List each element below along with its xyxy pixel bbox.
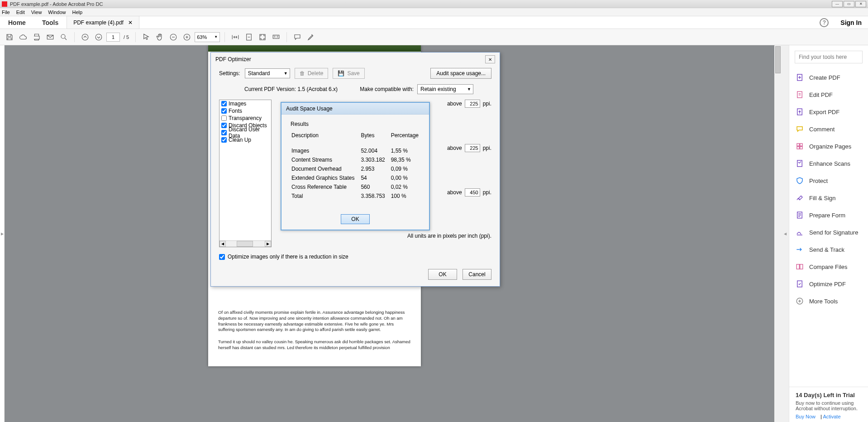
tool-icon xyxy=(796,91,804,99)
tool-item-optimize-pdf[interactable]: Optimize PDF xyxy=(789,275,868,293)
category-checkbox[interactable] xyxy=(221,137,227,143)
category-checkbox[interactable] xyxy=(221,123,227,128)
optimizer-cancel-button[interactable]: Cancel xyxy=(463,269,491,280)
tab-tools[interactable]: Tools xyxy=(34,16,67,29)
dialog-close-button[interactable]: ✕ xyxy=(485,55,495,63)
audit-title: Audit Space Usage xyxy=(281,103,429,115)
scroll-right-icon[interactable]: ▶ xyxy=(265,241,271,247)
maximize-button[interactable]: ▭ xyxy=(844,1,854,7)
tool-item-comment[interactable]: Comment xyxy=(789,120,868,138)
read-mode-icon[interactable] xyxy=(270,31,282,43)
svg-rect-14 xyxy=(797,147,799,149)
category-item-discard-user-data[interactable]: Discard User Data xyxy=(219,129,271,136)
page-number-input[interactable] xyxy=(106,33,120,42)
right-gutter[interactable]: ◀ xyxy=(782,45,789,422)
zoom-in-icon[interactable] xyxy=(181,31,193,43)
scroll-left-icon[interactable]: ◀ xyxy=(219,241,226,247)
tool-icon xyxy=(796,142,804,150)
zoom-out-icon[interactable] xyxy=(167,31,179,43)
audit-cell-desc: Total xyxy=(289,192,358,201)
audit-cell-desc: Cross Reference Table xyxy=(289,182,358,192)
save-preset-button[interactable]: 💾Save xyxy=(333,68,364,79)
scroll-thumb[interactable] xyxy=(237,241,253,247)
print-icon[interactable] xyxy=(31,31,43,43)
category-item-transparency[interactable]: Transparency xyxy=(219,115,271,122)
minimize-button[interactable]: — xyxy=(832,1,843,7)
zoom-select[interactable]: 63%▼ xyxy=(195,32,220,42)
page-down-icon[interactable] xyxy=(93,31,105,43)
tool-label: Export PDF xyxy=(809,109,839,115)
tool-item-edit-pdf[interactable]: Edit PDF xyxy=(789,86,868,103)
highlight-icon[interactable] xyxy=(305,31,317,43)
left-gutter[interactable]: ▶ xyxy=(0,45,5,422)
ppi-input-3[interactable] xyxy=(465,188,480,197)
menu-edit[interactable]: Edit xyxy=(16,10,25,15)
buy-now-link[interactable]: Buy Now xyxy=(796,414,816,419)
audit-th-desc: Description xyxy=(289,131,358,140)
category-checkbox[interactable] xyxy=(221,108,227,114)
optimizer-ok-button[interactable]: OK xyxy=(428,269,457,280)
tool-item-enhance-scans[interactable]: Enhance Scans xyxy=(789,155,868,172)
tools-search-input[interactable] xyxy=(795,51,863,63)
category-item-images[interactable]: Images xyxy=(219,100,271,107)
menu-window[interactable]: Window xyxy=(48,10,66,15)
hand-icon[interactable] xyxy=(154,31,166,43)
tool-item-organize-pages[interactable]: Organize Pages xyxy=(789,138,868,155)
compat-select[interactable]: Retain existing▼ xyxy=(417,84,473,94)
save-icon[interactable] xyxy=(4,31,15,43)
pointer-icon[interactable] xyxy=(140,31,152,43)
cloud-icon[interactable] xyxy=(17,31,29,43)
audit-cell-pct: 0,09 % xyxy=(388,164,422,173)
search-icon[interactable] xyxy=(58,31,70,43)
ppi-input-2[interactable] xyxy=(465,144,480,152)
comment-icon[interactable] xyxy=(291,31,303,43)
scrollbar-thumb[interactable] xyxy=(775,46,781,73)
menu-help[interactable]: Help xyxy=(72,10,82,15)
tool-item-send-track[interactable]: Send & Track xyxy=(789,241,868,258)
tool-item-prepare-form[interactable]: Prepare Form xyxy=(789,206,868,224)
svg-rect-8 xyxy=(273,35,279,38)
tab-home[interactable]: Home xyxy=(0,16,34,29)
category-checkbox[interactable] xyxy=(221,130,227,135)
tool-item-compare-files[interactable]: Compare Files xyxy=(789,258,868,275)
sign-in-link[interactable]: Sign In xyxy=(834,16,868,29)
pdf-version-label: Current PDF Version: 1.5 (Acrobat 6.x) xyxy=(244,86,338,92)
ppi-unit-label: ppi. xyxy=(483,145,491,151)
help-icon[interactable]: ? xyxy=(820,18,829,27)
link-separator: | xyxy=(820,414,822,419)
delete-button[interactable]: 🗑Delete xyxy=(295,68,329,79)
page-up-icon[interactable] xyxy=(79,31,91,43)
category-scrollbar[interactable]: ◀ ▶ xyxy=(219,240,271,247)
audit-ok-button[interactable]: OK xyxy=(341,214,370,224)
tool-item-send-for-signature[interactable]: Send for Signature xyxy=(789,224,868,241)
menu-file[interactable]: File xyxy=(2,10,10,15)
tool-item-fill-sign[interactable]: Fill & Sign xyxy=(789,189,868,206)
tab-close-icon[interactable]: ✕ xyxy=(128,19,133,26)
optimize-only-checkbox[interactable] xyxy=(219,254,225,260)
activate-link[interactable]: Activate xyxy=(823,414,840,419)
tool-item-export-pdf[interactable]: Export PDF xyxy=(789,103,868,120)
menu-view[interactable]: View xyxy=(31,10,42,15)
category-checkbox[interactable] xyxy=(221,115,227,121)
mail-icon[interactable] xyxy=(44,31,56,43)
fit-width-icon[interactable] xyxy=(229,31,241,43)
tool-label: Prepare Form xyxy=(809,212,845,219)
fit-page-icon[interactable] xyxy=(243,31,255,43)
ppi-input-1[interactable] xyxy=(465,100,480,108)
category-item-fonts[interactable]: Fonts xyxy=(219,107,271,115)
tool-label: Fill & Sign xyxy=(809,195,836,201)
fullscreen-icon[interactable] xyxy=(257,31,268,43)
vertical-scrollbar[interactable] xyxy=(774,45,782,422)
settings-select[interactable]: Standard▼ xyxy=(245,68,290,78)
tool-item-create-pdf[interactable]: Create PDF xyxy=(789,69,868,86)
tool-item-more-tools[interactable]: More Tools xyxy=(789,293,868,310)
dialog-titlebar: PDF Optimizer ✕ xyxy=(211,53,500,66)
tool-icon xyxy=(796,73,804,82)
tool-label: Protect xyxy=(809,177,828,184)
svg-rect-16 xyxy=(797,160,802,167)
close-button[interactable]: ✕ xyxy=(855,1,866,7)
category-checkbox[interactable] xyxy=(221,101,227,106)
audit-space-button[interactable]: Audit space usage... xyxy=(430,68,491,79)
tab-document[interactable]: PDF example (4).pdf ✕ xyxy=(67,16,139,29)
tool-item-protect[interactable]: Protect xyxy=(789,172,868,189)
